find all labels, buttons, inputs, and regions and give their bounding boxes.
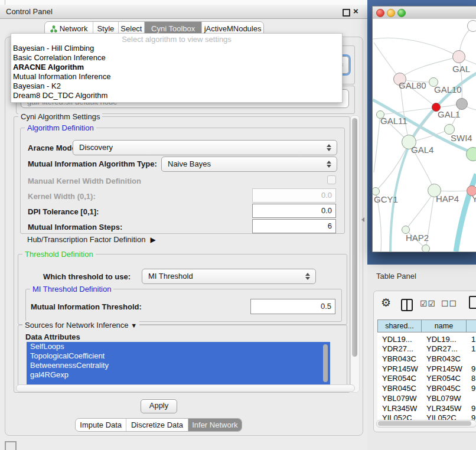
cyni-mode-tabs: Impute Data Discretize Data Infer Networ…	[75, 418, 242, 432]
tab-impute-data[interactable]: Impute Data	[76, 419, 126, 431]
tab-cyni-toolbox-label: Cyni Toolbox	[151, 24, 195, 33]
collapse-arrow-icon[interactable]: ▼	[131, 322, 137, 329]
algorithm-definition-title: Algorithm Definition	[25, 123, 96, 132]
mi-type-label: Mutual Information Algorithm Type:	[28, 159, 157, 168]
table-row[interactable]: YER054C YER054C 8.	[377, 374, 476, 383]
table-row[interactable]: YLR345W YLR345W 9.	[377, 404, 476, 413]
column-header[interactable]: shared...	[377, 319, 422, 332]
control-panel-titlebar: Control Panel ×	[0, 5, 367, 19]
node-label: GAL80	[399, 80, 426, 90]
hub-definition-toggle[interactable]: Hub/Transcription Factor Definition ▶	[27, 235, 156, 244]
mi-steps-field[interactable]: 6	[252, 219, 336, 233]
tab-select-label: Select	[120, 24, 142, 33]
sources-title-text: Sources for Network Inference	[25, 321, 129, 330]
kernel-width-field[interactable]: 0.0	[252, 188, 336, 203]
mi-threshold-field[interactable]: 0.5	[250, 299, 335, 314]
network-node[interactable]	[422, 244, 430, 252]
table-row[interactable]: YBL079W YBL079W	[377, 394, 476, 403]
network-window-titlebar[interactable]	[373, 6, 476, 19]
scrollbar-thumb[interactable]	[352, 118, 357, 357]
float-icon[interactable]	[343, 9, 350, 17]
aracne-mode-combobox[interactable]: Discovery	[73, 140, 337, 155]
dpi-tolerance-field[interactable]: 0.0	[252, 204, 336, 218]
list-item[interactable]: gal4RGexp	[27, 370, 330, 380]
data-attributes-list[interactable]: SelfLoops TopologicalCoefficient Between…	[27, 342, 330, 386]
table-row[interactable]: YBR043C YBR043C	[377, 354, 476, 364]
node-label: GAL	[452, 64, 470, 74]
settings-horizontal-scrollbar[interactable]	[16, 384, 355, 392]
table-horizontal-scrollbar[interactable]	[376, 420, 476, 428]
docked-widget-icon[interactable]	[5, 441, 17, 450]
algorithm-option-selected[interactable]: ARACNE Algorithm	[13, 63, 84, 72]
node-label: HAP2	[406, 233, 429, 243]
table-panel-title: Table Panel	[376, 272, 416, 281]
algorithm-option[interactable]: Mutual Information Inference	[13, 72, 110, 81]
select-all-icon[interactable]: ☑☑	[420, 299, 436, 308]
kernel-width-value: 0.0	[321, 191, 332, 200]
which-threshold-value: MI Threshold	[148, 272, 193, 281]
mi-threshold-label: Mutual Information Threshold:	[31, 302, 142, 311]
table-row[interactable]: YPR145W YPR145W 9.	[377, 364, 476, 374]
screen: Control Panel × Network Style Select Cyn…	[0, 0, 476, 450]
algorithm-option[interactable]: Bayesian - Hill Climbing	[13, 44, 94, 53]
mi-threshold-value: 0.5	[321, 302, 331, 311]
combo-stepper-icon	[327, 160, 331, 168]
gear-icon[interactable]: ⚙	[381, 296, 391, 309]
hub-definition-label: Hub/Transcription Factor Definition	[27, 235, 145, 244]
network-canvas[interactable]: GAL GAL80 GAL10 GAL11 GAL1 SWI4 GAL4 GCY…	[373, 19, 476, 252]
deselect-all-icon[interactable]: ☐☐	[441, 299, 457, 308]
apply-button[interactable]: Apply	[141, 399, 177, 413]
column-header[interactable]	[467, 319, 476, 332]
network-node[interactable]	[467, 20, 476, 32]
dpi-tolerance-value: 0.0	[321, 206, 332, 215]
tab-infer-network[interactable]: Infer Network	[188, 419, 242, 431]
node-label: SWI4	[451, 133, 472, 143]
table-row[interactable]: YDR27... YDR27... 12	[377, 344, 476, 354]
document-icon[interactable]	[469, 296, 476, 309]
mi-steps-value: 6	[328, 221, 332, 230]
dropdown-prompt: Select algorithm to view settings	[11, 35, 342, 44]
which-threshold-label: Which threshold to use:	[43, 272, 131, 281]
algorithm-option[interactable]: Bayesian - K2	[13, 81, 61, 91]
dpi-tolerance-label: DPI Tolerance [0,1]:	[28, 207, 99, 216]
kernel-width-label: Kernel Width (0,1):	[28, 192, 96, 201]
sources-group-title: Sources for Network Inference ▼	[22, 321, 139, 330]
node-label: HAP4	[436, 194, 459, 204]
table-header: shared... name	[377, 319, 476, 332]
tab-discretize-data[interactable]: Discretize Data	[126, 419, 188, 431]
network-view-window: GAL GAL80 GAL10 GAL11 GAL1 SWI4 GAL4 GCY…	[372, 6, 476, 252]
list-scrollbar[interactable]	[323, 344, 328, 382]
network-node-swi4[interactable]	[466, 147, 476, 161]
algorithm-option[interactable]: Basic Correlation Inference	[13, 53, 106, 63]
scrollbar-thumb[interactable]	[378, 421, 471, 426]
which-threshold-combobox[interactable]: MI Threshold	[142, 269, 316, 284]
combo-stepper-icon	[305, 272, 310, 281]
network-node-gray[interactable]	[456, 98, 468, 110]
mi-type-combobox[interactable]: Naive Bayes	[161, 156, 337, 172]
panel-collapse-arrow-icon[interactable]	[361, 217, 364, 222]
mac-minimize-button[interactable]	[387, 9, 395, 17]
node-label: GCY1	[374, 194, 398, 204]
column-visibility-icon[interactable]	[401, 299, 413, 311]
mac-zoom-button[interactable]	[397, 9, 406, 17]
table-row[interactable]: YBR045C YBR045C 9.	[377, 384, 476, 393]
settings-vertical-scrollbar[interactable]	[350, 115, 360, 393]
table-row[interactable]: YDL19... YDL19... 13	[377, 335, 476, 344]
network-node[interactable]	[452, 50, 465, 63]
algorithm-option[interactable]: Dream8 DC_TDC Algorithm	[13, 91, 107, 100]
combo-stepper-icon	[327, 144, 331, 152]
close-icon[interactable]: ×	[353, 6, 358, 16]
list-item[interactable]: SelfLoops	[27, 342, 330, 351]
mi-type-value: Naive Bayes	[168, 159, 211, 168]
manual-kernel-checkbox[interactable]	[327, 175, 336, 184]
node-label: GAL1	[438, 109, 460, 119]
top-strip-divider	[5, 0, 5, 5]
data-attributes-label: Data Attributes	[25, 332, 80, 341]
node-label: GAL10	[434, 84, 462, 94]
aracne-mode-label: Aracne Mode:	[28, 144, 79, 152]
column-header[interactable]: name	[422, 319, 467, 332]
list-item[interactable]: BetweennessCentrality	[27, 361, 330, 370]
mac-close-button[interactable]	[376, 9, 384, 17]
mi-steps-label: Mutual Information Steps:	[28, 223, 122, 231]
list-item[interactable]: TopologicalCoefficient	[27, 351, 330, 361]
